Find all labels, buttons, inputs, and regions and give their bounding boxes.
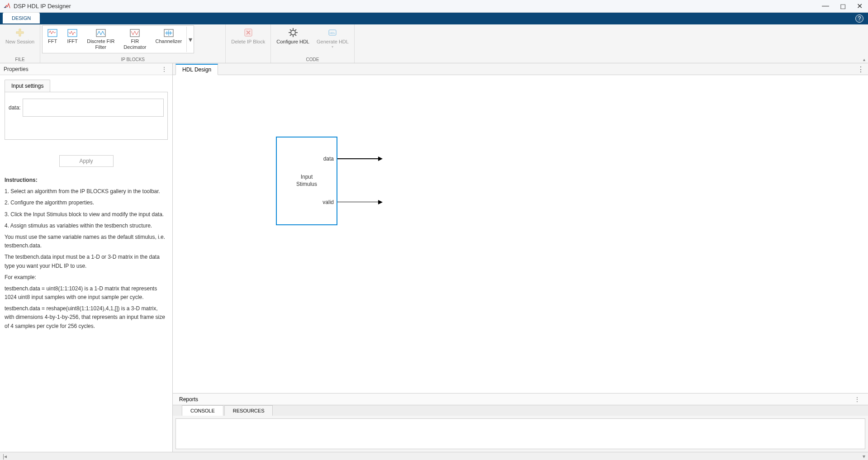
- decimator-icon: [129, 28, 140, 38]
- tab-resources[interactable]: RESOURCES: [224, 405, 273, 416]
- gallery-dropdown[interactable]: ▾: [186, 27, 194, 52]
- gallery-ifft[interactable]: IFFT: [62, 27, 82, 46]
- design-panel: HDL Design ⋮ Input Stimulus data valid R…: [173, 63, 868, 452]
- ribbon-group-delete: Delete IP Block: [226, 24, 271, 63]
- tab-hdl-design[interactable]: HDL Design: [175, 64, 218, 75]
- status-left-icon[interactable]: |◂: [3, 453, 7, 460]
- tab-design[interactable]: DESIGN: [3, 13, 40, 24]
- close-button[interactable]: ✕: [857, 2, 863, 10]
- tab-input-settings[interactable]: Input settings: [5, 80, 50, 92]
- reports-panel: Reports ⋮ CONSOLE RESOURCES: [173, 393, 868, 452]
- arrow-valid-head: [378, 200, 383, 204]
- reports-header: Reports ⋮: [173, 394, 868, 405]
- gallery-fir[interactable]: Discrete FIR Filter: [82, 27, 119, 52]
- design-menu-icon[interactable]: ⋮: [854, 63, 868, 75]
- help-icon[interactable]: ?: [855, 14, 863, 23]
- ribbon-group-code: Configure HDL HDL Generate HDL ▾ CODE: [271, 24, 355, 63]
- input-stimulus-block[interactable]: Input Stimulus data valid: [276, 137, 337, 225]
- arrow-data: [337, 158, 378, 159]
- svg-point-6: [291, 30, 295, 35]
- fir-icon: [95, 28, 106, 38]
- plus-icon: [14, 27, 25, 38]
- instructions-heading: Instructions:: [5, 176, 168, 185]
- ribbon: New Session FILE FFT IFFT Discrete FIR F…: [0, 24, 868, 63]
- collapse-ribbon-icon[interactable]: ▴: [860, 56, 868, 63]
- data-input[interactable]: [23, 99, 164, 117]
- reports-menu-icon[interactable]: ⋮: [853, 396, 862, 403]
- data-field-label: data:: [9, 104, 21, 111]
- arrow-data-head: [378, 156, 383, 161]
- svg-rect-2: [96, 29, 105, 37]
- console-output: [175, 418, 865, 449]
- titlebar: DSP HDL IP Designer — ◻ ✕: [0, 0, 868, 13]
- properties-box: data:: [5, 92, 168, 140]
- new-session-button: New Session: [2, 25, 38, 47]
- properties-header: Properties ⋮: [0, 63, 172, 75]
- delete-icon: [243, 27, 254, 38]
- tab-console[interactable]: CONSOLE: [182, 405, 223, 416]
- svg-rect-0: [48, 29, 57, 37]
- svg-text:HDL: HDL: [330, 32, 336, 34]
- delete-ip-button: Delete IP Block: [228, 25, 269, 47]
- chevron-down-icon: ▾: [332, 45, 333, 49]
- generate-hdl-button: HDL Generate HDL ▾: [313, 25, 352, 51]
- gear-icon: [288, 27, 299, 38]
- fft-icon: [47, 28, 58, 38]
- status-right-icon[interactable]: ▾: [863, 453, 865, 460]
- svg-rect-3: [130, 29, 139, 37]
- matlab-icon: [4, 3, 11, 10]
- configure-hdl-button[interactable]: Configure HDL: [273, 25, 313, 47]
- apply-button[interactable]: Apply: [59, 155, 114, 167]
- instructions: Instructions: 1. Select an algorithm fro…: [0, 171, 172, 338]
- design-tabs: HDL Design ⋮: [173, 63, 868, 75]
- properties-menu-icon[interactable]: ⋮: [160, 66, 169, 72]
- port-data: data: [323, 156, 334, 162]
- ribbon-group-file: New Session FILE: [0, 24, 40, 63]
- gallery-channelizer[interactable]: Channelizer: [151, 27, 186, 46]
- maximize-button[interactable]: ◻: [840, 2, 846, 10]
- gallery-fft[interactable]: FFT: [43, 27, 62, 46]
- arrow-valid: [337, 202, 378, 202]
- channelizer-icon: [163, 28, 174, 38]
- ribbon-tabstrip: DESIGN ?: [0, 13, 868, 24]
- ifft-icon: [67, 28, 78, 38]
- properties-panel: Properties ⋮ Input settings data: Apply …: [0, 63, 173, 452]
- design-canvas[interactable]: Input Stimulus data valid: [173, 75, 868, 393]
- statusbar: |◂ ▾: [0, 452, 868, 460]
- minimize-button[interactable]: —: [822, 2, 829, 10]
- ipblocks-gallery: FFT IFFT Discrete FIR Filter FIR Decimat…: [42, 25, 194, 53]
- hdl-icon: HDL: [327, 27, 338, 38]
- block-title: Input Stimulus: [277, 174, 337, 188]
- port-valid: valid: [323, 199, 334, 205]
- titlebar-title: DSP HDL IP Designer: [14, 3, 822, 9]
- gallery-decimator[interactable]: FIR Decimator: [119, 27, 151, 52]
- ribbon-group-ipblocks: FFT IFFT Discrete FIR Filter FIR Decimat…: [40, 24, 226, 63]
